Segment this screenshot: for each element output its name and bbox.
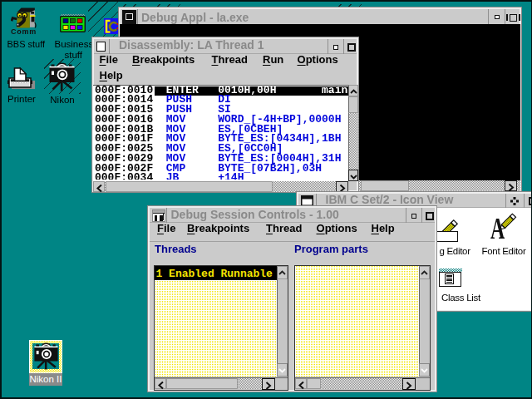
svg-text:Comm: Comm: [11, 27, 37, 36]
